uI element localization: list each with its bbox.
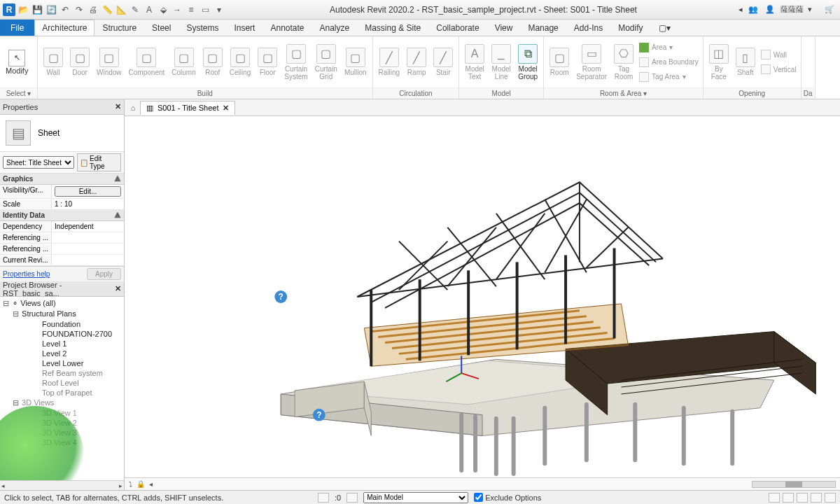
type-selector[interactable]: ▤ Sheet	[0, 115, 124, 151]
status-select-icon[interactable]	[783, 493, 794, 503]
drawing-canvas[interactable]: ? ?	[125, 116, 840, 477]
user-invite-icon[interactable]: 👥	[747, 4, 760, 16]
design-option-select[interactable]: Main Model	[363, 492, 468, 503]
browser-scrollbar[interactable]: ◂▸	[0, 480, 124, 490]
tab-view[interactable]: View	[487, 20, 521, 36]
tree-3d-3d-view-4[interactable]: 3D View 4	[0, 438, 124, 447]
save-icon[interactable]: 💾	[31, 4, 43, 16]
area-button[interactable]: Area ▾	[639, 41, 699, 55]
build-mullion-button[interactable]: ▢Mullion	[342, 41, 370, 83]
properties-help-link[interactable]: Properties help	[3, 270, 50, 278]
tab-collaborate[interactable]: Collaborate	[428, 20, 486, 36]
tree-root[interactable]: ⊟ ⚬ Views (all)	[0, 298, 124, 309]
circ-railing-button[interactable]: ╱Railing	[376, 41, 403, 83]
user-icon[interactable]: 👤	[764, 4, 776, 16]
tab-addins[interactable]: Add-Ins	[566, 20, 610, 36]
circ-stair-button[interactable]: ╱Stair	[430, 41, 456, 83]
section-identity[interactable]: Identity Data⯅	[0, 210, 124, 221]
vertical-opening-button[interactable]: Vertical	[761, 62, 797, 76]
measure-icon[interactable]: 📏	[101, 4, 113, 16]
tab-insert[interactable]: Insert	[226, 20, 262, 36]
undo-icon[interactable]: ↶	[59, 4, 71, 16]
tree-plan-foundation-2700[interactable]: FOUNDATION-2700	[0, 329, 124, 339]
text-icon[interactable]: A	[143, 4, 155, 16]
edit-type-button[interactable]: 📋 Edit Type	[77, 153, 121, 172]
apply-button[interactable]: Apply	[87, 268, 121, 280]
build-component-button[interactable]: ▢Component	[126, 41, 168, 83]
tree-plan-top-of-parapet[interactable]: Top of Parapet	[0, 388, 124, 398]
build-column-button[interactable]: ▢Column	[169, 41, 198, 83]
tree-plan-ref-beam-system[interactable]: Ref Beam system	[0, 368, 124, 378]
wall-opening-button[interactable]: Wall	[761, 48, 797, 62]
tree-3d-3d-view-1[interactable]: 3D View 1	[0, 408, 124, 418]
tag-area-button[interactable]: Tag Area ▾	[639, 70, 699, 84]
room-button[interactable]: ▢Room	[547, 41, 572, 83]
tab-annotate[interactable]: Annotate	[262, 20, 312, 36]
tree-plan-roof-level[interactable]: Roof Level	[0, 378, 124, 388]
shaft-button[interactable]: ▯Shaft	[733, 41, 758, 83]
sync-icon[interactable]: 🔄	[45, 4, 57, 16]
tag-icon[interactable]: ✎	[129, 4, 141, 16]
switch-windows-icon[interactable]: ▾	[213, 4, 225, 16]
tab-manage[interactable]: Manage	[520, 20, 566, 36]
model-model-line-button[interactable]: ⎯Model Line	[489, 41, 514, 83]
tree-plan-foundation[interactable]: Foundation	[0, 319, 124, 329]
status-face-icon[interactable]	[811, 493, 822, 503]
build-door-button[interactable]: ▢Door	[67, 41, 92, 83]
room-separator-button[interactable]: ▭Room Separator	[573, 41, 610, 83]
tab-file[interactable]: File	[0, 20, 34, 36]
3d-icon[interactable]: ⬙	[157, 4, 169, 16]
status-filter-icon[interactable]	[769, 493, 780, 503]
view-tab-s001[interactable]: ▥ S001 - Title Sheet ✕	[140, 101, 235, 115]
view-prev-icon[interactable]: ◂	[149, 480, 153, 488]
v-dep[interactable]: Independent	[52, 221, 124, 232]
build-ceiling-button[interactable]: ▢Ceiling	[227, 41, 254, 83]
panel-select-label[interactable]: Select ▾	[0, 88, 37, 99]
circ-ramp-button[interactable]: ╱Ramp	[404, 41, 429, 83]
dimension-icon[interactable]: 📐	[115, 4, 127, 16]
build-floor-button[interactable]: ▢Floor	[255, 41, 280, 83]
build-window-button[interactable]: ▢Window	[94, 41, 125, 83]
build-curtain-system-button[interactable]: ▢Curtain System	[281, 41, 310, 83]
close-view-icon[interactable]: ✕	[223, 104, 229, 113]
section-icon[interactable]: →	[171, 4, 183, 16]
tree-plan-level-2[interactable]: Level 2	[0, 349, 124, 358]
tree-3d-views[interactable]: ⊟ 3D Views	[0, 398, 124, 408]
tab-modify[interactable]: Modify	[610, 20, 650, 36]
section-graphics[interactable]: Graphics⯅	[0, 174, 124, 185]
view-lock-icon[interactable]: 🔒	[136, 480, 145, 488]
status-drag-icon[interactable]	[797, 493, 808, 503]
tab-massing[interactable]: Massing & Site	[357, 20, 428, 36]
v-rev[interactable]	[52, 255, 124, 265]
tab-analyze[interactable]: Analyze	[312, 20, 358, 36]
tab-systems[interactable]: Systems	[178, 20, 226, 36]
tree-structural-plans[interactable]: ⊟ Structural Plans	[0, 309, 124, 319]
tag-room-button[interactable]: ⎔Tag Room	[611, 41, 636, 83]
byface-button[interactable]: ◫By Face	[706, 41, 732, 83]
cart-icon[interactable]: 🛒	[823, 4, 836, 16]
help-dropdown-icon[interactable]: ▾	[808, 5, 812, 14]
status-worksets-icon[interactable]	[318, 493, 329, 503]
model-model-text-button[interactable]: AModel Text	[462, 41, 487, 83]
close-views-icon[interactable]: ▭	[199, 4, 211, 16]
build-roof-button[interactable]: ▢Roof	[200, 41, 225, 83]
build-wall-button[interactable]: ▢Wall	[41, 41, 66, 83]
close-properties-icon[interactable]: ✕	[115, 102, 121, 111]
modify-button[interactable]: ↖ Modify	[3, 47, 31, 78]
tab-steel[interactable]: Steel	[144, 20, 178, 36]
revit-logo-icon[interactable]: R	[3, 4, 15, 16]
area-boundary-button[interactable]: Area Boundary	[639, 55, 699, 69]
keyboard-icon[interactable]: ◂	[738, 5, 743, 14]
instance-select[interactable]: Sheet: Title Sheet	[3, 156, 74, 169]
redo-icon[interactable]: ↷	[73, 4, 85, 16]
panel-roomarea-label[interactable]: Room & Area ▾	[544, 88, 703, 99]
horizontal-scrollbar[interactable]	[752, 481, 836, 488]
status-model-icon[interactable]	[346, 493, 358, 503]
tree-3d-3d-view-2[interactable]: 3D View 2	[0, 418, 124, 428]
v-ref2[interactable]	[52, 244, 124, 254]
v-scale[interactable]: 1 : 10	[52, 199, 124, 209]
close-browser-icon[interactable]: ✕	[115, 284, 121, 293]
edit-visibility-button[interactable]: Edit...	[55, 186, 121, 197]
status-link-icon[interactable]	[825, 493, 836, 503]
thin-lines-icon[interactable]: ≡	[185, 4, 197, 16]
